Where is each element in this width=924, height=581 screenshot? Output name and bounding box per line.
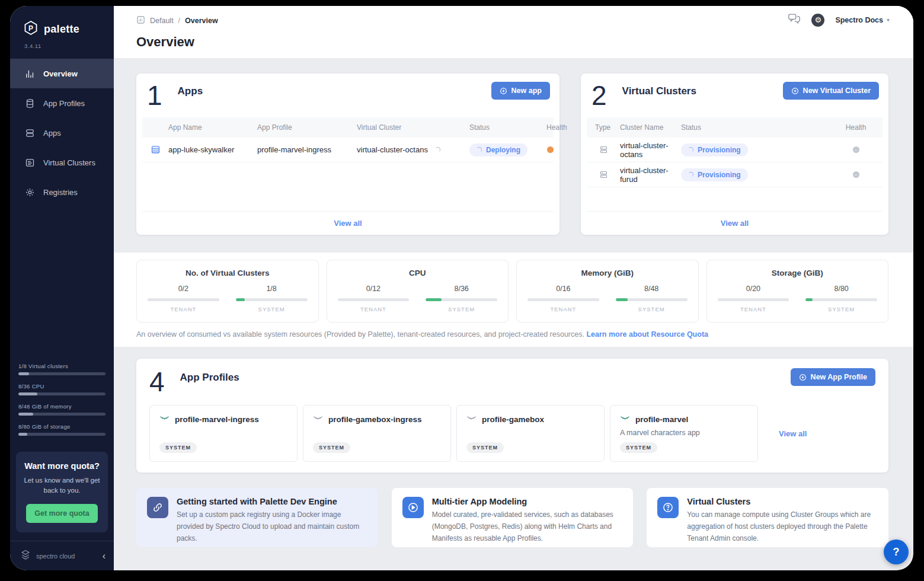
quota-promo: Want more quota? Let us know and we'll g… [16,452,108,533]
quota-system-label: SYSTEM [236,306,308,312]
sidebar-item-registries[interactable]: Registries [10,177,114,207]
status-badge: Provisioning [698,146,741,154]
sidebar-item-label: Overview [43,69,78,78]
sidebar-item-virtual-clusters[interactable]: Virtual Clusters [10,148,114,177]
clusters-table-header: Type Cluster Name Status Health [587,117,883,138]
database-icon [24,98,35,108]
page-title: Overview [136,34,890,50]
new-virtual-cluster-button[interactable]: New Virtual Cluster [783,82,879,100]
apps-count: 1 [147,82,162,109]
system-badge: SYSTEM [313,442,350,453]
new-app-button[interactable]: New app [491,82,550,100]
profiles-count: 4 [149,368,165,395]
content: 1 Apps New app App Name App Profile Virt… [114,58,913,570]
new-app-profile-label: New App Profile [811,373,867,381]
profile-card[interactable]: profile-gamebox-ingress SYSTEM [303,405,451,462]
sidebar-item-label: Registries [43,188,78,197]
brand: P palette [10,6,114,42]
usage-bar [18,372,105,375]
info-card-virtual-clusters[interactable]: Virtual Clusters You can manage compute … [647,488,888,547]
profile-icon [159,414,170,424]
cell-app-name: app-luke-skywalker [168,145,257,154]
apps-table: App Name App Profile Virtual Cluster Sta… [142,117,554,211]
settings-icon[interactable]: ⚙ [811,14,824,27]
usage-label: 1/8 Virtual clusters [18,363,105,369]
get-more-quota-button[interactable]: Get more quota [26,504,97,523]
usage-virtual-clusters: 1/8 Virtual clusters [18,363,105,375]
sidebar-item-overview[interactable]: Overview [10,59,114,88]
profile-name: profile-gamebox [482,415,544,424]
col-status: Status [469,123,546,132]
table-row[interactable]: app-luke-skywalker profile-marvel-ingres… [142,138,554,162]
profile-card[interactable]: profile-marvel A marvel characters app S… [610,405,758,462]
sidebar-item-label: App Profiles [43,99,85,108]
table-row[interactable]: virtual-cluster-furud Provisioning – [587,162,883,187]
sidebar-item-app-profiles[interactable]: App Profiles [10,88,114,118]
quota-tenant-value: 0/12 [338,285,410,293]
clusters-table: Type Cluster Name Status Health virtual-… [587,117,883,211]
profiles-view-all-link[interactable]: View all [779,429,807,438]
col-app-name: App Name [168,123,257,132]
table-row[interactable]: virtual-cluster-octans Provisioning – [587,138,883,162]
sidebar-item-label: Virtual Clusters [43,158,95,167]
info-card-title: Multi-tier App Modeling [432,497,623,506]
info-card-title: Getting started with Palette Dev Engine [177,497,367,506]
cluster-type-icon [587,170,620,179]
usage-bar [18,392,105,395]
sidebar-item-label: Apps [43,129,61,138]
quota-tenant-label: TENANT [527,306,599,312]
sidebar-nav: Overview App Profiles Apps Virtual Clust… [10,59,114,207]
quota-tenant-value: 0/2 [148,285,219,293]
resource-quota-link[interactable]: Learn more about Resource Quota [586,330,708,339]
feedback-chat-icon[interactable] [788,13,801,27]
quota-title: Memory (GiB) [527,269,688,277]
health-dot: – [853,146,859,153]
quota-bar [527,298,599,301]
breadcrumb-project[interactable]: Default [150,17,174,25]
chevron-down-icon: ▾ [887,17,890,23]
breadcrumb-separator: / [178,17,180,25]
palette-logo-icon: P [23,20,39,38]
quota-title: No. of Virtual Clusters [148,269,308,277]
svg-text:P: P [28,24,33,33]
quota-title: Storage (GiB) [718,269,878,277]
clusters-view-all-link[interactable]: View all [721,219,749,228]
quota-system-label: SYSTEM [426,306,497,312]
cell-app-profile: profile-marvel-ingress [257,145,357,154]
sidebar-item-apps[interactable]: Apps [10,118,114,148]
quota-tenant-label: TENANT [718,306,789,312]
apps-card: 1 Apps New app App Name App Profile Virt… [136,74,559,235]
apps-view-all-link[interactable]: View all [334,219,362,228]
usage-label: 8/80 GiB of storage [18,423,105,430]
status-badge: Deploying [486,146,520,154]
sidebar-collapse-icon[interactable]: ‹ [103,551,105,561]
project-icon [136,15,145,26]
profile-icon [466,414,477,424]
profile-icon [620,414,630,424]
usage-memory: 8/48 GiB of memory [18,403,105,416]
clusters-card-title: Virtual Clusters [622,85,696,97]
quota-bar [805,298,877,301]
apps-table-header: App Name App Profile Virtual Cluster Sta… [142,117,554,138]
info-card-app-modeling[interactable]: Multi-tier App Modeling Model curated, p… [392,488,634,547]
profile-card[interactable]: profile-gamebox SYSTEM [456,405,605,462]
app-profiles-card: 4 App Profiles New App Profile profile-m [136,359,888,473]
usage-storage: 8/80 GiB of storage [18,423,105,436]
help-button[interactable]: ? [884,540,909,564]
cell-virtual-cluster: virtual-cluster-octans [357,145,469,154]
quota-bar [338,298,410,301]
app-table-icon [142,145,168,155]
col-app-profile: App Profile [257,123,357,132]
usage-label: 8/48 GiB of memory [18,403,105,410]
quota-system-value: 8/36 [426,285,497,293]
main-area: ⚙ Spectro Docs ▾ Default / Overview Over… [114,6,913,570]
info-card-dev-engine[interactable]: Getting started with Palette Dev Engine … [136,488,378,547]
spectro-cloud-logo-icon [20,549,31,563]
profile-card[interactable]: profile-marvel-ingress SYSTEM [149,405,298,462]
quota-promo-title: Want more quota? [23,461,101,471]
spectro-docs-menu[interactable]: Spectro Docs ▾ [835,16,890,24]
new-app-profile-button[interactable]: New App Profile [791,368,875,386]
profile-description: A marvel characters app [620,429,748,437]
cell-health: – [829,171,883,178]
virtual-clusters-card: 2 Virtual Clusters New Virtual Cluster T… [581,74,888,235]
